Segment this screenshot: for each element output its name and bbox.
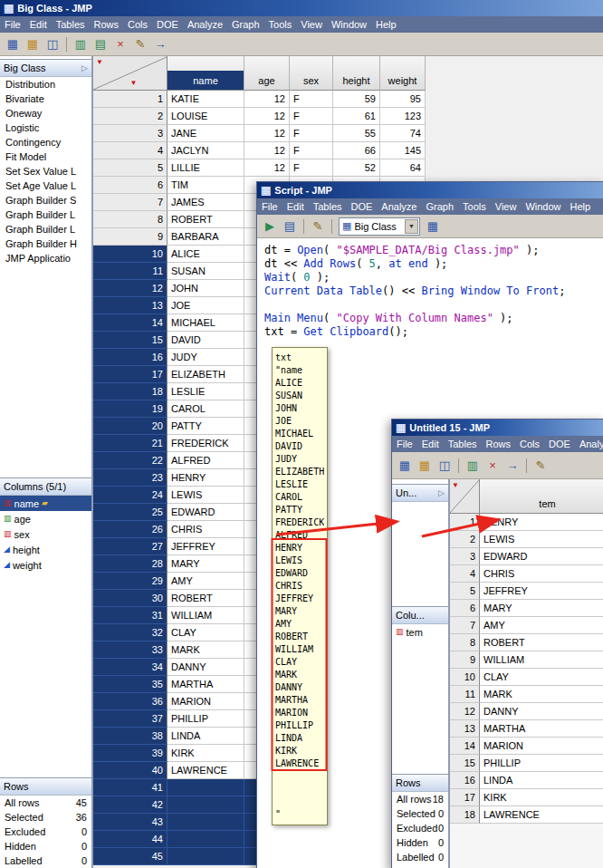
cell-name[interactable]: DANNY: [168, 659, 244, 676]
row-number[interactable]: 25: [93, 504, 168, 521]
row-number[interactable]: 35: [93, 676, 168, 693]
clear-row-states-icon[interactable]: ×: [111, 35, 129, 53]
column-header-tem[interactable]: tem: [480, 479, 603, 514]
cell-name[interactable]: MARK: [168, 641, 244, 659]
table-menu-icon[interactable]: ▼: [452, 482, 459, 489]
cell-age[interactable]: 12: [244, 125, 290, 142]
row-number[interactable]: 13: [93, 297, 168, 314]
collapse-icon[interactable]: ▷: [81, 64, 88, 72]
sidebar-item-contingency[interactable]: Contingency: [0, 135, 91, 149]
cell-tem[interactable]: CHRIS: [480, 565, 603, 583]
menu-edit[interactable]: Edit: [25, 16, 52, 33]
cell-weight[interactable]: 123: [380, 108, 426, 125]
menu-window[interactable]: Window: [327, 16, 371, 33]
row-number[interactable]: 2: [93, 108, 168, 125]
column-header-height[interactable]: height: [333, 56, 380, 91]
collapse-icon[interactable]: ▷: [438, 489, 445, 497]
table-panel-header[interactable]: Big Class ▷: [0, 59, 91, 77]
row-number[interactable]: 11: [450, 686, 480, 703]
cell-name[interactable]: [168, 796, 244, 814]
menu-tables[interactable]: Tables: [309, 198, 347, 215]
current-data-table-combo[interactable]: ▦ Big Class ▼: [339, 217, 420, 236]
sidebar-item-distribution[interactable]: Distribution: [0, 77, 91, 92]
new-data-table-icon[interactable]: ▦: [396, 457, 414, 475]
cell-name[interactable]: CHRIS: [168, 521, 244, 538]
cell-sex[interactable]: F: [290, 91, 333, 108]
link-table-icon[interactable]: ▦: [424, 217, 442, 236]
cell-height[interactable]: 59: [333, 91, 380, 108]
row-number[interactable]: 10: [450, 669, 480, 686]
menu-view[interactable]: View: [296, 16, 327, 33]
menu-tables[interactable]: Tables: [52, 16, 90, 33]
row-number[interactable]: 5: [93, 159, 168, 177]
row-number[interactable]: 15: [93, 332, 168, 349]
menu-doe[interactable]: DOE: [347, 198, 378, 215]
cell-height[interactable]: 61: [333, 108, 380, 125]
cell-height[interactable]: 55: [333, 125, 380, 142]
cell-tem[interactable]: WILLIAM: [480, 651, 603, 669]
column-item-name[interactable]: ▥name▰: [0, 496, 91, 511]
row-number[interactable]: 29: [93, 573, 168, 590]
menu-rows[interactable]: Rows: [90, 16, 124, 33]
row-number[interactable]: 1: [450, 514, 480, 531]
menu-help[interactable]: Help: [566, 198, 596, 215]
cell-name[interactable]: JANE: [168, 125, 244, 142]
cell-tem[interactable]: EDWARD: [480, 548, 603, 565]
row-number[interactable]: 15: [450, 755, 480, 772]
cell-age[interactable]: 12: [244, 108, 290, 125]
row-number[interactable]: 6: [93, 177, 168, 194]
cell-tem[interactable]: LAWRENCE: [480, 806, 603, 824]
cell-tem[interactable]: JEFFREY: [480, 583, 603, 600]
row-number[interactable]: 26: [93, 521, 168, 538]
row-number[interactable]: 13: [450, 720, 480, 738]
cell-name[interactable]: KATIE: [168, 91, 244, 108]
row-number[interactable]: 3: [93, 125, 168, 142]
grid-corner[interactable]: ▼: [450, 479, 480, 514]
table-panel-header[interactable]: Un... ▷: [392, 484, 448, 502]
row-number[interactable]: 14: [450, 738, 480, 755]
cell-tem[interactable]: MARION: [480, 738, 603, 755]
cell-tem[interactable]: ROBERT: [480, 634, 603, 651]
menu-window[interactable]: Window: [521, 198, 565, 215]
cell-name[interactable]: BARBARA: [168, 228, 244, 246]
menu-doe[interactable]: DOE: [152, 16, 183, 33]
cell-name[interactable]: TIM: [168, 177, 244, 194]
row-number[interactable]: 40: [93, 762, 168, 779]
new-column-icon[interactable]: ▥: [72, 35, 90, 53]
rows-menu-icon[interactable]: ▼: [130, 80, 138, 87]
cell-name[interactable]: ALICE: [168, 246, 244, 263]
columns-panel-header[interactable]: Columns (5/1): [0, 477, 91, 496]
cell-tem[interactable]: LEWIS: [480, 531, 603, 548]
cell-name[interactable]: [168, 814, 244, 831]
menu-analyze[interactable]: Analyze: [377, 198, 421, 215]
cell-tem[interactable]: PHILLIP: [480, 755, 603, 772]
add-rows-icon[interactable]: ▤: [91, 35, 110, 53]
row-number[interactable]: 8: [450, 634, 480, 651]
table-menu-icon[interactable]: ▼: [96, 59, 103, 66]
row-number[interactable]: 4: [93, 142, 168, 159]
titlebar[interactable]: ▦ Script - JMP: [257, 182, 603, 198]
row-number[interactable]: 9: [93, 228, 168, 246]
row-number[interactable]: 2: [450, 531, 480, 548]
titlebar[interactable]: ▦ Big Class - JMP: [0, 0, 603, 16]
sidebar-item-set-age-value-l[interactable]: Set Age Value L: [0, 178, 91, 193]
cell-tem[interactable]: HENRY: [480, 514, 603, 531]
sidebar-item-oneway[interactable]: Oneway: [0, 106, 91, 121]
sidebar-item-set-sex-value-l[interactable]: Set Sex Value L: [0, 164, 91, 178]
cell-name[interactable]: LINDA: [168, 728, 244, 745]
row-number[interactable]: 21: [93, 435, 168, 452]
titlebar[interactable]: ▦ Untitled 15 - JMP: [392, 420, 603, 436]
column-item-age[interactable]: ▥age: [0, 511, 91, 526]
cell-sex[interactable]: F: [290, 108, 333, 125]
rows-panel-header[interactable]: Rows: [392, 774, 448, 792]
cell-weight[interactable]: 64: [380, 159, 426, 177]
cell-tem[interactable]: MARTHA: [480, 720, 603, 738]
row-number[interactable]: 41: [93, 779, 168, 796]
chevron-down-icon[interactable]: ▼: [405, 219, 418, 234]
row-number[interactable]: 37: [93, 710, 168, 728]
sidebar-item-graph-builder-l[interactable]: Graph Builder L: [0, 207, 91, 222]
menu-tools[interactable]: Tools: [264, 16, 297, 33]
cell-age[interactable]: 12: [244, 91, 290, 108]
sidebar-item-logistic[interactable]: Logistic: [0, 121, 91, 135]
cell-name[interactable]: [168, 848, 244, 865]
